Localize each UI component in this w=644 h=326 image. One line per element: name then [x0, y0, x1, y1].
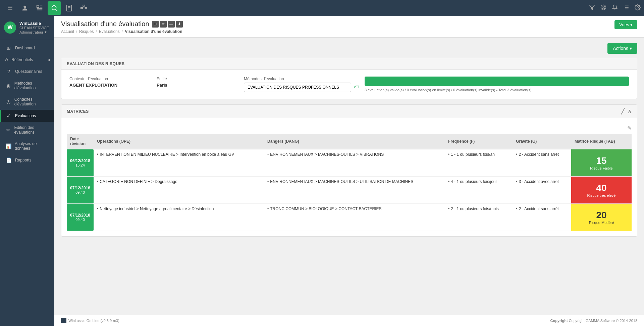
dashboard-icon: ⊞: [6, 45, 12, 51]
pencil-edit-icon[interactable]: ✎: [627, 125, 632, 131]
svg-rect-1: [37, 5, 39, 7]
date-cell: 06/12/201816:24: [67, 149, 94, 177]
matrices-card: MATRICES ╱ ∧ ✎: [61, 104, 637, 237]
col-dangers: Dangers (DANG): [264, 134, 445, 149]
breadcrumb-risques[interactable]: Risques: [79, 29, 94, 34]
methodes-row: EVALUATION DES RISQUES PROFESSIONNELS 🏷: [244, 83, 359, 92]
actions-button[interactable]: Actions ▾: [607, 43, 637, 54]
collapse-icon[interactable]: ╱: [621, 108, 625, 114]
analyses-icon: 📊: [6, 143, 11, 149]
admin-icon[interactable]: [33, 1, 46, 15]
breadcrumb-accueil[interactable]: Accueil: [61, 29, 74, 34]
svg-point-0: [23, 6, 26, 8]
svg-rect-8: [83, 5, 85, 6]
svg-line-13: [84, 7, 86, 7]
matrices-header: MATRICES ╱ ∧: [67, 108, 632, 114]
evaluation-card-title: EVALUATION DES RISQUES: [67, 61, 125, 66]
document-icon[interactable]: [62, 1, 76, 15]
date-cell: 07/12/201809:40: [67, 204, 94, 231]
svg-line-3: [56, 9, 57, 11]
footer-logo: WinLassie On Line (v0.5.9-rc3): [61, 318, 119, 323]
matrices-edit-area: ✎: [67, 124, 632, 134]
sidebar-item-methodes[interactable]: ◉ Méthodes d'évaluation: [0, 78, 54, 94]
breadcrumb: Accueil / Risques / Evaluations / Visual…: [61, 29, 183, 34]
svg-rect-10: [85, 7, 87, 9]
sidebar-item-referentiels[interactable]: ⊙ Référentiels ◂: [0, 54, 54, 65]
breadcrumb-evaluations[interactable]: Evaluations: [99, 29, 120, 34]
sidebar-item-contextes[interactable]: ◎ Contextes d'évaluation: [0, 94, 54, 110]
contextes-icon: ◎: [6, 99, 11, 104]
entite-label: Entité: [157, 77, 238, 81]
table-scroll[interactable]: Date révision Opérations (OPE) Dangers (…: [67, 134, 632, 231]
table-header-row: Date révision Opérations (OPE) Dangers (…: [67, 134, 632, 149]
evaluation-card: EVALUATION DES RISQUES Contexte d'évalua…: [61, 58, 637, 99]
filter-icon[interactable]: [589, 4, 595, 12]
frequence-cell: 2 - 1 ou plusieurs fois/mois: [445, 204, 513, 231]
svg-point-2: [52, 6, 56, 10]
company-name: CLEAN SERVICE: [19, 26, 49, 30]
sidebar-item-edition[interactable]: ✏ Edition des évaluations: [0, 122, 54, 138]
expand-icon[interactable]: ∧: [628, 108, 632, 114]
sidebar-item-rapports[interactable]: 📄 Rapports: [0, 154, 54, 166]
content-area: Visualisation d'une évaluation ⊞ ✏ — ⬇ A…: [54, 16, 644, 326]
bell-icon[interactable]: [612, 4, 618, 12]
operations-cell: CATEGORIE NON DEFINIE > Degraissage: [94, 177, 264, 204]
status-col: 3 évaluation(s) valide(s) / 0 évaluation…: [362, 75, 632, 93]
user-role[interactable]: Administrateur ▾: [19, 30, 49, 34]
list-icon[interactable]: [623, 4, 629, 12]
top-navigation: ☰: [0, 0, 644, 16]
download-icon[interactable]: ⬇: [176, 21, 183, 28]
dangers-cell: ENVIRONNEMENTAUX > MACHINES-OUTILS > VIB…: [264, 149, 445, 177]
views-button[interactable]: Vues ▾: [614, 20, 637, 29]
target-icon[interactable]: [600, 4, 606, 12]
svg-point-17: [603, 7, 604, 8]
entite-col: Entité Paris: [154, 75, 241, 89]
add-icon[interactable]: ⊞: [152, 21, 159, 28]
footer-copyright: Copyright Copyright GAMMA Software © 201…: [550, 319, 637, 323]
date-cell: 07/12/201809:40: [67, 177, 94, 204]
sidebar-logo: W WinLassie CLEAN SERVICE Administrateur…: [0, 16, 54, 39]
contexte-col: Contexte d'évaluation AGENT EXPLOITATION: [67, 75, 154, 89]
svg-point-24: [637, 7, 639, 8]
methodes-label: Méthodes d'évaluation: [244, 77, 359, 81]
evaluation-card-header: EVALUATION DES RISQUES: [61, 58, 637, 70]
frequence-cell: 4 - 1 ou plusieurs fois/jour: [445, 177, 513, 204]
edit-icon[interactable]: ✏: [160, 21, 167, 28]
actions-bar: Actions ▾: [61, 43, 637, 54]
sidebar-item-dashboard[interactable]: ⊞ Dashboard: [0, 42, 54, 54]
sidebar-item-questionnaires[interactable]: ? Questionnaires: [0, 65, 54, 78]
col-date: Date révision: [67, 134, 94, 149]
sidebar-item-evaluations[interactable]: ✓ Evaluations: [0, 110, 54, 122]
matrices-card-header: MATRICES ╱ ∧: [61, 105, 637, 118]
status-bar: [365, 77, 629, 86]
tag-icon[interactable]: 🏷: [354, 84, 359, 90]
matrices-controls: ╱ ∧: [621, 108, 632, 114]
user-icon[interactable]: [18, 1, 32, 15]
evaluations-icon: ✓: [6, 113, 12, 119]
operations-cell: Nettoyage industriel > Nettoyage agroali…: [94, 204, 264, 231]
top-nav-left: ☰: [3, 1, 91, 15]
hierarchy-icon[interactable]: [77, 1, 91, 15]
gravite-cell: 2 - Accident sans arrêt: [513, 204, 571, 231]
gear-icon[interactable]: [635, 4, 641, 12]
edition-icon: ✏: [6, 127, 11, 133]
contexte-label: Contexte d'évaluation: [69, 77, 151, 81]
operations-cell: INTERVENTION EN MILIEU NUCLEAIRE > Inter…: [94, 149, 264, 177]
page-title: Visualisation d'une évaluation ⊞ ✏ — ⬇: [61, 20, 183, 28]
methodes-select[interactable]: EVALUATION DES RISQUES PROFESSIONNELS: [244, 83, 351, 92]
sidebar-item-analyses[interactable]: 📊 Analyses de données: [0, 138, 54, 154]
minimize-icon[interactable]: —: [168, 21, 175, 28]
methodes-col: Méthodes d'évaluation EVALUATION DES RIS…: [241, 75, 362, 93]
chevron-icon: ◂: [48, 57, 50, 62]
search-icon[interactable]: [48, 1, 61, 15]
footer-version: WinLassie On Line (v0.5.9-rc3): [68, 319, 119, 323]
sidebar: W WinLassie CLEAN SERVICE Administrateur…: [0, 16, 54, 326]
matrices-title: MATRICES: [67, 109, 89, 114]
menu-icon[interactable]: ☰: [3, 1, 17, 15]
svg-line-12: [82, 7, 84, 7]
risk-cell: 15Risque Faible: [571, 149, 632, 177]
matrices-card-body: ✎ Date révision Opérations (OPE) Dangers…: [61, 118, 637, 236]
evaluations-table: Date révision Opérations (OPE) Dangers (…: [67, 134, 632, 231]
risk-cell: 20Risque Modéré: [571, 204, 632, 231]
page-header: Visualisation d'une évaluation ⊞ ✏ — ⬇ A…: [54, 16, 644, 38]
